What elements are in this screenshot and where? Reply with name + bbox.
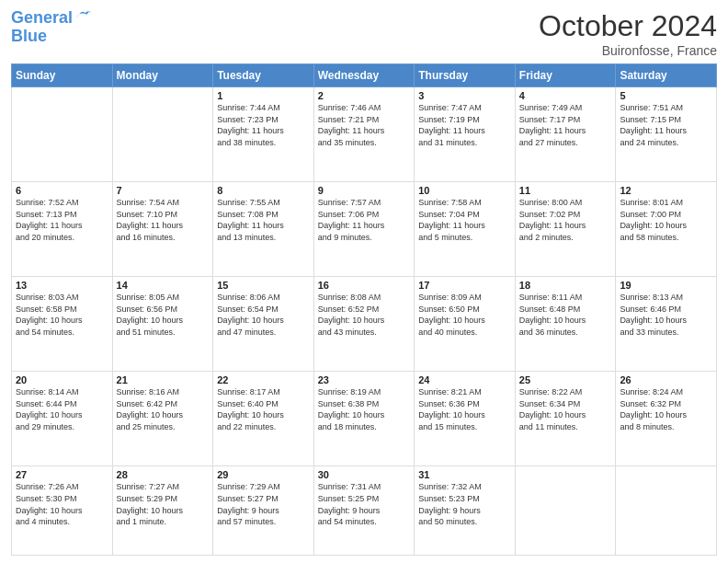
day-detail: Sunrise: 8:09 AM Sunset: 6:50 PM Dayligh…	[418, 292, 511, 338]
calendar-cell: 22Sunrise: 8:17 AM Sunset: 6:40 PM Dayli…	[213, 372, 314, 466]
day-number: 22	[217, 374, 310, 385]
calendar-cell: 17Sunrise: 8:09 AM Sunset: 6:50 PM Dayli…	[415, 277, 516, 372]
calendar-cell: 9Sunrise: 7:57 AM Sunset: 7:06 PM Daylig…	[313, 182, 415, 277]
day-number: 9	[318, 185, 411, 196]
day-detail: Sunrise: 7:44 AM Sunset: 7:23 PM Dayligh…	[217, 102, 310, 148]
day-number: 27	[16, 469, 108, 480]
day-number: 6	[16, 185, 108, 196]
day-number: 1	[217, 90, 310, 101]
day-number: 26	[620, 374, 712, 385]
day-detail: Sunrise: 7:54 AM Sunset: 7:10 PM Dayligh…	[117, 197, 210, 243]
day-number: 16	[318, 280, 411, 291]
day-number: 19	[620, 280, 712, 291]
day-detail: Sunrise: 8:16 AM Sunset: 6:42 PM Dayligh…	[117, 386, 210, 432]
calendar-cell: 27Sunrise: 7:26 AM Sunset: 5:30 PM Dayli…	[12, 466, 113, 556]
calendar-cell: 5Sunrise: 7:51 AM Sunset: 7:15 PM Daylig…	[616, 87, 717, 182]
week-row-1: 1Sunrise: 7:44 AM Sunset: 7:23 PM Daylig…	[12, 87, 717, 182]
calendar-cell: 26Sunrise: 8:24 AM Sunset: 6:32 PM Dayli…	[616, 372, 717, 466]
day-detail: Sunrise: 8:13 AM Sunset: 6:46 PM Dayligh…	[620, 292, 712, 338]
week-row-2: 6Sunrise: 7:52 AM Sunset: 7:13 PM Daylig…	[12, 182, 717, 277]
weekday-header-tuesday: Tuesday	[213, 64, 314, 87]
day-detail: Sunrise: 7:51 AM Sunset: 7:15 PM Dayligh…	[620, 102, 712, 148]
day-number: 25	[519, 374, 612, 385]
day-detail: Sunrise: 7:26 AM Sunset: 5:30 PM Dayligh…	[16, 481, 108, 527]
day-detail: Sunrise: 8:14 AM Sunset: 6:44 PM Dayligh…	[16, 386, 108, 432]
calendar-table: SundayMondayTuesdayWednesdayThursdayFrid…	[11, 63, 717, 556]
logo: General Blue	[11, 9, 93, 44]
day-number: 5	[620, 90, 712, 101]
day-number: 4	[519, 90, 612, 101]
calendar-cell: 15Sunrise: 8:06 AM Sunset: 6:54 PM Dayli…	[213, 277, 314, 372]
day-number: 15	[217, 280, 310, 291]
week-row-3: 13Sunrise: 8:03 AM Sunset: 6:58 PM Dayli…	[12, 277, 717, 372]
day-detail: Sunrise: 7:29 AM Sunset: 5:27 PM Dayligh…	[217, 481, 310, 527]
calendar-cell: 20Sunrise: 8:14 AM Sunset: 6:44 PM Dayli…	[12, 372, 113, 466]
day-detail: Sunrise: 7:58 AM Sunset: 7:04 PM Dayligh…	[418, 197, 511, 243]
day-number: 10	[418, 185, 511, 196]
day-number: 11	[519, 185, 612, 196]
day-detail: Sunrise: 7:32 AM Sunset: 5:23 PM Dayligh…	[418, 481, 511, 527]
day-number: 21	[117, 374, 210, 385]
month-title: October 2024	[539, 9, 717, 43]
day-detail: Sunrise: 8:05 AM Sunset: 6:56 PM Dayligh…	[117, 292, 210, 338]
calendar-cell: 4Sunrise: 7:49 AM Sunset: 7:17 PM Daylig…	[515, 87, 616, 182]
day-number: 14	[117, 280, 210, 291]
day-number: 3	[418, 90, 511, 101]
calendar-cell: 8Sunrise: 7:55 AM Sunset: 7:08 PM Daylig…	[213, 182, 314, 277]
calendar-cell	[616, 466, 717, 556]
day-detail: Sunrise: 7:27 AM Sunset: 5:29 PM Dayligh…	[117, 481, 210, 527]
day-detail: Sunrise: 8:08 AM Sunset: 6:52 PM Dayligh…	[318, 292, 411, 338]
calendar-cell: 18Sunrise: 8:11 AM Sunset: 6:48 PM Dayli…	[515, 277, 616, 372]
calendar-cell: 12Sunrise: 8:01 AM Sunset: 7:00 PM Dayli…	[616, 182, 717, 277]
day-detail: Sunrise: 7:49 AM Sunset: 7:17 PM Dayligh…	[519, 102, 612, 148]
day-number: 29	[217, 469, 310, 480]
logo-text: General	[11, 9, 73, 28]
calendar-cell: 21Sunrise: 8:16 AM Sunset: 6:42 PM Dayli…	[112, 372, 213, 466]
day-number: 18	[519, 280, 612, 291]
calendar-cell: 24Sunrise: 8:21 AM Sunset: 6:36 PM Dayli…	[415, 372, 516, 466]
day-detail: Sunrise: 8:11 AM Sunset: 6:48 PM Dayligh…	[519, 292, 612, 338]
calendar-cell: 11Sunrise: 8:00 AM Sunset: 7:02 PM Dayli…	[515, 182, 616, 277]
day-number: 2	[318, 90, 411, 101]
calendar-cell: 10Sunrise: 7:58 AM Sunset: 7:04 PM Dayli…	[415, 182, 516, 277]
calendar-cell	[112, 87, 213, 182]
day-number: 12	[620, 185, 712, 196]
day-detail: Sunrise: 8:21 AM Sunset: 6:36 PM Dayligh…	[418, 386, 511, 432]
weekday-header-sunday: Sunday	[12, 64, 113, 87]
day-detail: Sunrise: 8:24 AM Sunset: 6:32 PM Dayligh…	[620, 386, 712, 432]
day-detail: Sunrise: 8:00 AM Sunset: 7:02 PM Dayligh…	[519, 197, 612, 243]
day-number: 7	[117, 185, 210, 196]
calendar-cell: 2Sunrise: 7:46 AM Sunset: 7:21 PM Daylig…	[313, 87, 415, 182]
day-detail: Sunrise: 8:06 AM Sunset: 6:54 PM Dayligh…	[217, 292, 310, 338]
day-number: 20	[16, 374, 108, 385]
calendar-cell: 31Sunrise: 7:32 AM Sunset: 5:23 PM Dayli…	[415, 466, 516, 556]
calendar-cell: 23Sunrise: 8:19 AM Sunset: 6:38 PM Dayli…	[313, 372, 415, 466]
calendar-cell: 3Sunrise: 7:47 AM Sunset: 7:19 PM Daylig…	[415, 87, 516, 182]
day-number: 17	[418, 280, 511, 291]
day-detail: Sunrise: 7:31 AM Sunset: 5:25 PM Dayligh…	[318, 481, 411, 527]
calendar-cell: 1Sunrise: 7:44 AM Sunset: 7:23 PM Daylig…	[213, 87, 314, 182]
calendar-cell: 6Sunrise: 7:52 AM Sunset: 7:13 PM Daylig…	[12, 182, 113, 277]
day-number: 23	[318, 374, 411, 385]
day-detail: Sunrise: 7:46 AM Sunset: 7:21 PM Dayligh…	[318, 102, 411, 148]
day-detail: Sunrise: 7:55 AM Sunset: 7:08 PM Dayligh…	[217, 197, 310, 243]
calendar-cell: 25Sunrise: 8:22 AM Sunset: 6:34 PM Dayli…	[515, 372, 616, 466]
weekday-header-wednesday: Wednesday	[313, 64, 415, 87]
day-number: 24	[418, 374, 511, 385]
day-number: 13	[16, 280, 108, 291]
calendar-cell	[12, 87, 113, 182]
day-detail: Sunrise: 7:47 AM Sunset: 7:19 PM Dayligh…	[418, 102, 511, 148]
weekday-header-friday: Friday	[515, 64, 616, 87]
day-detail: Sunrise: 8:19 AM Sunset: 6:38 PM Dayligh…	[318, 386, 411, 432]
location: Buironfosse, France	[539, 43, 717, 58]
calendar-cell: 30Sunrise: 7:31 AM Sunset: 5:25 PM Dayli…	[313, 466, 415, 556]
calendar-cell: 19Sunrise: 8:13 AM Sunset: 6:46 PM Dayli…	[616, 277, 717, 372]
header: General Blue October 2024 Buironfosse, F…	[11, 9, 717, 58]
weekday-header-saturday: Saturday	[616, 64, 717, 87]
calendar-cell: 28Sunrise: 7:27 AM Sunset: 5:29 PM Dayli…	[112, 466, 213, 556]
day-detail: Sunrise: 8:01 AM Sunset: 7:00 PM Dayligh…	[620, 197, 712, 243]
day-detail: Sunrise: 8:17 AM Sunset: 6:40 PM Dayligh…	[217, 386, 310, 432]
day-number: 30	[318, 469, 411, 480]
day-number: 8	[217, 185, 310, 196]
weekday-header-row: SundayMondayTuesdayWednesdayThursdayFrid…	[12, 64, 717, 87]
